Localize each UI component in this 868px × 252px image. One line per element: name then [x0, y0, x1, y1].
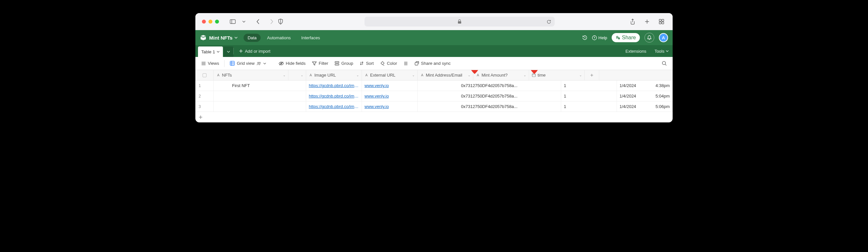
row-height-icon [404, 62, 408, 66]
cell-external-url[interactable]: www.venly.io [362, 80, 417, 91]
app-title-chevron-icon[interactable] [235, 37, 238, 39]
cell-image-url[interactable]: https://gcdnb.pbrd.co/ima... [306, 102, 362, 112]
sort-icon [360, 61, 364, 66]
filter-button[interactable]: Filter [309, 60, 331, 67]
group-button[interactable]: Group [332, 60, 355, 67]
svg-rect-21 [415, 63, 418, 65]
grid-view-button[interactable]: Grid view [227, 60, 269, 67]
search-button[interactable] [659, 60, 669, 67]
app-title[interactable]: Mint NFTs [209, 35, 232, 41]
column-header-mint-address[interactable]: Mint Address/Email⌄ [417, 70, 473, 80]
help-button[interactable]: Help [592, 35, 608, 40]
cell-time[interactable]: 1/4/20245:06pm [617, 102, 673, 112]
sort-button[interactable]: Sort [357, 60, 376, 67]
cell-external-url[interactable]: www.venly.io [362, 102, 417, 112]
link[interactable]: https://gcdnb.pbrd.co/ima... [309, 94, 359, 99]
view-toolbar: Views Grid view Hide fields Filter Group… [195, 57, 673, 70]
color-icon [380, 61, 385, 66]
row-height-button[interactable] [401, 60, 411, 67]
new-tab-icon[interactable] [643, 17, 652, 26]
svg-rect-3 [458, 21, 461, 24]
cell-image-url[interactable]: https://gcdnb.pbrd.co/ima... [306, 91, 362, 101]
plus-icon [199, 115, 203, 119]
cell-external-url[interactable]: www.venly.io [362, 91, 417, 101]
column-header-image-url[interactable]: Image URL⌄ [306, 70, 362, 80]
cell-mint-amount[interactable]: 1 [561, 91, 617, 101]
row-number: 2 [195, 91, 214, 101]
row-number: 3 [195, 102, 214, 112]
link[interactable]: www.venly.io [365, 104, 389, 109]
cell-time[interactable]: 1/4/20245:04pm [617, 91, 673, 101]
avatar[interactable]: A [659, 33, 668, 42]
cell-image-url[interactable]: https://gcdnb.pbrd.co/ima... [306, 80, 362, 91]
svg-point-8 [592, 36, 597, 40]
column-header-mint-amount[interactable]: Mint Amount?⌄ [473, 70, 529, 80]
add-column-button[interactable]: + [585, 70, 599, 80]
forward-button [267, 17, 276, 26]
cell-mint-address[interactable]: 0x7312750DF4d2057b758a... [417, 102, 561, 112]
share-button[interactable]: Share [612, 33, 640, 42]
history-icon[interactable] [582, 35, 587, 40]
app-logo-icon [200, 34, 207, 41]
chevron-down-icon: ⌄ [524, 73, 526, 77]
text-field-icon [420, 73, 424, 77]
share-icon[interactable] [628, 17, 637, 26]
maximize-window-button[interactable] [215, 20, 219, 24]
table-row[interactable]: 2https://gcdnb.pbrd.co/ima...www.venly.i… [195, 91, 673, 102]
share-sync-button[interactable]: Share and sync [412, 60, 453, 67]
chevron-down-icon: ⌄ [579, 73, 582, 77]
address-bar[interactable] [365, 17, 555, 27]
hide-fields-button[interactable]: Hide fields [276, 60, 308, 67]
add-or-import-button[interactable]: Add or import [235, 45, 274, 57]
titlebar [195, 13, 673, 30]
back-button[interactable] [254, 17, 263, 26]
cell-time[interactable]: 1/4/20244:38pm [617, 80, 673, 91]
row-number: 1 [195, 80, 214, 91]
minimize-window-button[interactable] [209, 20, 212, 24]
cell-mint-address[interactable]: 0x7312750DF4d2057b758a... [417, 91, 561, 101]
cell-mint-amount[interactable]: 1 [561, 80, 617, 91]
table-row[interactable]: 3https://gcdnb.pbrd.co/ima...www.venly.i… [195, 102, 673, 112]
cell-nft[interactable]: First NFT [214, 80, 306, 91]
chevron-down-icon: ⌄ [412, 73, 415, 77]
link[interactable]: https://gcdnb.pbrd.co/ima... [309, 83, 359, 88]
notifications-button[interactable] [645, 33, 654, 42]
cell-nft[interactable] [214, 91, 306, 101]
menu-icon [201, 62, 206, 66]
link[interactable]: www.venly.io [365, 94, 389, 99]
tab-data[interactable]: Data [244, 34, 260, 42]
chevron-down-icon [263, 63, 266, 65]
close-window-button[interactable] [202, 20, 206, 24]
tab-overview-icon[interactable] [657, 17, 666, 26]
table-tab-menu[interactable] [223, 46, 234, 57]
tab-interfaces[interactable]: Interfaces [297, 34, 324, 42]
people-icon [257, 62, 261, 66]
views-button[interactable]: Views [199, 60, 222, 67]
privacy-shield-icon[interactable] [276, 17, 285, 26]
link[interactable]: www.venly.io [365, 83, 389, 88]
reload-icon[interactable] [547, 19, 551, 24]
tools-button[interactable]: Tools [651, 49, 673, 54]
sidebar-dropdown-icon[interactable] [239, 17, 248, 26]
add-row-button[interactable] [195, 112, 673, 122]
link[interactable]: https://gcdnb.pbrd.co/ima... [309, 104, 359, 109]
svg-rect-0 [230, 20, 235, 24]
select-all-cell[interactable] [195, 70, 214, 80]
tab-automations[interactable]: Automations [263, 34, 295, 42]
svg-point-9 [617, 36, 618, 38]
extensions-button[interactable]: Extensions [621, 49, 650, 54]
sidebar-toggle-icon[interactable] [228, 17, 237, 26]
table-tab-active[interactable]: Table 1 [198, 46, 223, 57]
filter-icon [312, 62, 317, 66]
svg-rect-23 [532, 74, 536, 77]
svg-rect-7 [662, 22, 664, 24]
cell-mint-address[interactable]: 0x7312750DF4d2057b758a... [417, 80, 561, 91]
cell-mint-amount[interactable]: 1 [561, 102, 617, 112]
color-button[interactable]: Color [378, 60, 400, 67]
chevron-down-icon: ⌄ [283, 73, 285, 77]
column-header-collapsed[interactable]: ⌄ [288, 70, 306, 80]
column-header-external-url[interactable]: External URL⌄ [362, 70, 417, 80]
cell-nft[interactable] [214, 102, 306, 112]
table-row[interactable]: 1First NFThttps://gcdnb.pbrd.co/ima...ww… [195, 80, 673, 91]
column-header-nfts[interactable]: NFTs⌄ [214, 70, 288, 80]
